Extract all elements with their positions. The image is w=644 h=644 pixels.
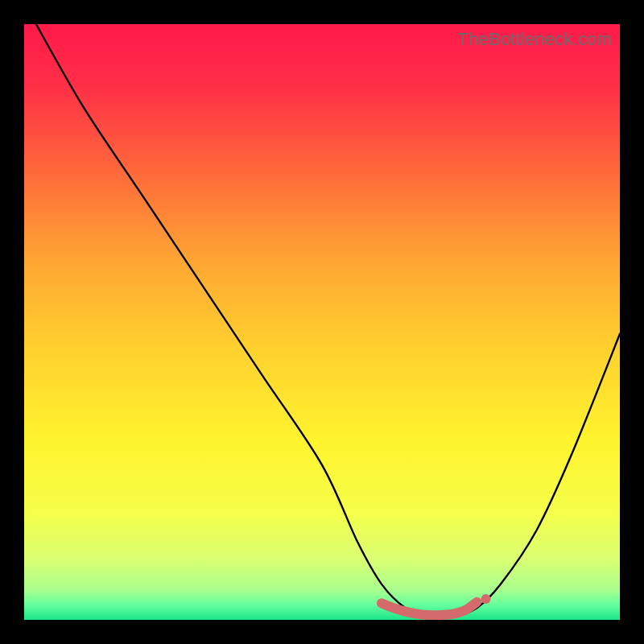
valley-band xyxy=(382,602,477,615)
plot-area: TheBottleneck.com xyxy=(24,24,620,620)
bottleneck-curve xyxy=(36,24,620,618)
chart-frame: TheBottleneck.com xyxy=(0,0,644,644)
curve-layer xyxy=(24,24,620,620)
valley-end-dot xyxy=(481,594,491,604)
attribution-text: TheBottleneck.com xyxy=(457,29,612,50)
